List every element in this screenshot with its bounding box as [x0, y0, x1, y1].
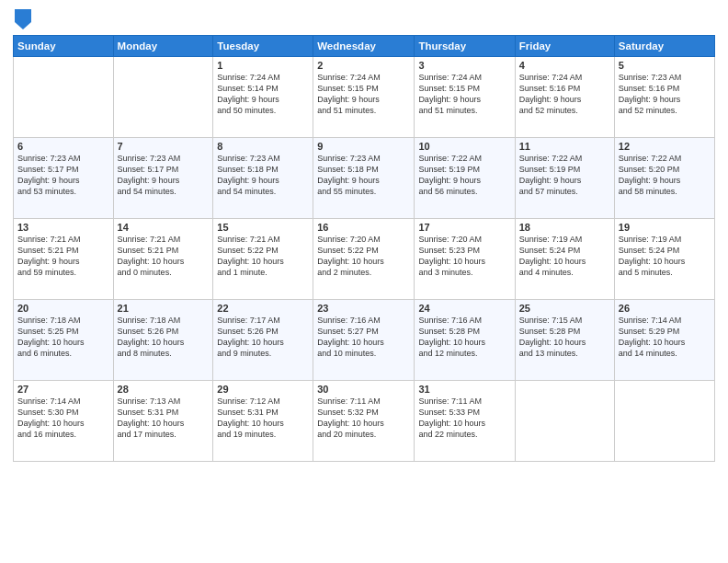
calendar-cell: 31Sunrise: 7:11 AM Sunset: 5:33 PM Dayli… — [415, 381, 515, 462]
calendar-cell: 15Sunrise: 7:21 AM Sunset: 5:22 PM Dayli… — [213, 219, 313, 300]
calendar-cell: 7Sunrise: 7:23 AM Sunset: 5:17 PM Daylig… — [113, 138, 213, 219]
logo-icon — [15, 9, 31, 29]
calendar-week-3: 13Sunrise: 7:21 AM Sunset: 5:21 PM Dayli… — [14, 219, 715, 300]
day-number: 19 — [619, 222, 711, 233]
calendar-cell: 1Sunrise: 7:24 AM Sunset: 5:14 PM Daylig… — [213, 57, 313, 138]
day-info: Sunrise: 7:24 AM Sunset: 5:14 PM Dayligh… — [217, 72, 309, 117]
day-info: Sunrise: 7:23 AM Sunset: 5:17 PM Dayligh… — [17, 153, 109, 198]
day-info: Sunrise: 7:18 AM Sunset: 5:26 PM Dayligh… — [118, 315, 210, 360]
calendar-week-4: 20Sunrise: 7:18 AM Sunset: 5:25 PM Dayli… — [14, 300, 715, 381]
col-header-tuesday: Tuesday — [213, 36, 313, 57]
day-number: 5 — [619, 60, 711, 71]
calendar-cell: 22Sunrise: 7:17 AM Sunset: 5:26 PM Dayli… — [213, 300, 313, 381]
day-number: 20 — [17, 303, 109, 314]
day-info: Sunrise: 7:11 AM Sunset: 5:32 PM Dayligh… — [317, 396, 410, 441]
day-info: Sunrise: 7:14 AM Sunset: 5:30 PM Dayligh… — [17, 396, 109, 441]
calendar-cell: 26Sunrise: 7:14 AM Sunset: 5:29 PM Dayli… — [614, 300, 714, 381]
day-info: Sunrise: 7:22 AM Sunset: 5:20 PM Dayligh… — [619, 153, 711, 198]
day-info: Sunrise: 7:24 AM Sunset: 5:15 PM Dayligh… — [317, 72, 410, 117]
day-info: Sunrise: 7:16 AM Sunset: 5:27 PM Dayligh… — [317, 315, 410, 360]
day-info: Sunrise: 7:21 AM Sunset: 5:21 PM Dayligh… — [118, 234, 210, 279]
day-info: Sunrise: 7:19 AM Sunset: 5:24 PM Dayligh… — [619, 234, 711, 279]
calendar-cell: 9Sunrise: 7:23 AM Sunset: 5:18 PM Daylig… — [313, 138, 415, 219]
calendar-week-2: 6Sunrise: 7:23 AM Sunset: 5:17 PM Daylig… — [14, 138, 715, 219]
header — [13, 9, 715, 29]
day-info: Sunrise: 7:20 AM Sunset: 5:23 PM Dayligh… — [418, 234, 510, 279]
day-info: Sunrise: 7:19 AM Sunset: 5:24 PM Dayligh… — [519, 234, 610, 279]
calendar-cell: 27Sunrise: 7:14 AM Sunset: 5:30 PM Dayli… — [14, 381, 114, 462]
col-header-thursday: Thursday — [415, 36, 515, 57]
day-number: 10 — [418, 141, 510, 152]
logo — [13, 9, 31, 29]
col-header-saturday: Saturday — [614, 36, 714, 57]
day-number: 21 — [118, 303, 210, 314]
calendar-cell: 13Sunrise: 7:21 AM Sunset: 5:21 PM Dayli… — [14, 219, 114, 300]
calendar-cell: 12Sunrise: 7:22 AM Sunset: 5:20 PM Dayli… — [614, 138, 714, 219]
calendar-cell: 11Sunrise: 7:22 AM Sunset: 5:19 PM Dayli… — [515, 138, 614, 219]
calendar-cell: 25Sunrise: 7:15 AM Sunset: 5:28 PM Dayli… — [515, 300, 614, 381]
day-number: 25 — [519, 303, 610, 314]
day-info: Sunrise: 7:13 AM Sunset: 5:31 PM Dayligh… — [118, 396, 210, 441]
day-number: 1 — [217, 60, 309, 71]
day-number: 8 — [217, 141, 309, 152]
day-info: Sunrise: 7:12 AM Sunset: 5:31 PM Dayligh… — [217, 396, 309, 441]
calendar-cell: 24Sunrise: 7:16 AM Sunset: 5:28 PM Dayli… — [415, 300, 515, 381]
day-number: 24 — [418, 303, 510, 314]
calendar-cell — [14, 57, 114, 138]
day-number: 15 — [217, 222, 309, 233]
calendar-cell: 20Sunrise: 7:18 AM Sunset: 5:25 PM Dayli… — [14, 300, 114, 381]
calendar-header-row: SundayMondayTuesdayWednesdayThursdayFrid… — [14, 36, 715, 57]
day-number: 7 — [118, 141, 210, 152]
calendar-week-1: 1Sunrise: 7:24 AM Sunset: 5:14 PM Daylig… — [14, 57, 715, 138]
calendar-cell: 3Sunrise: 7:24 AM Sunset: 5:15 PM Daylig… — [415, 57, 515, 138]
day-info: Sunrise: 7:16 AM Sunset: 5:28 PM Dayligh… — [418, 315, 510, 360]
calendar-cell: 10Sunrise: 7:22 AM Sunset: 5:19 PM Dayli… — [415, 138, 515, 219]
calendar-table: SundayMondayTuesdayWednesdayThursdayFrid… — [13, 35, 715, 462]
day-info: Sunrise: 7:23 AM Sunset: 5:17 PM Dayligh… — [118, 153, 210, 198]
calendar-cell: 16Sunrise: 7:20 AM Sunset: 5:22 PM Dayli… — [313, 219, 415, 300]
day-number: 17 — [418, 222, 510, 233]
calendar-cell: 30Sunrise: 7:11 AM Sunset: 5:32 PM Dayli… — [313, 381, 415, 462]
day-number: 2 — [317, 60, 410, 71]
day-number: 4 — [519, 60, 610, 71]
day-number: 23 — [317, 303, 410, 314]
day-info: Sunrise: 7:17 AM Sunset: 5:26 PM Dayligh… — [217, 315, 309, 360]
calendar-cell: 8Sunrise: 7:23 AM Sunset: 5:18 PM Daylig… — [213, 138, 313, 219]
day-number: 3 — [418, 60, 510, 71]
day-info: Sunrise: 7:23 AM Sunset: 5:18 PM Dayligh… — [317, 153, 410, 198]
calendar-cell: 14Sunrise: 7:21 AM Sunset: 5:21 PM Dayli… — [113, 219, 213, 300]
day-number: 14 — [118, 222, 210, 233]
col-header-sunday: Sunday — [14, 36, 114, 57]
day-number: 13 — [17, 222, 109, 233]
day-info: Sunrise: 7:23 AM Sunset: 5:18 PM Dayligh… — [217, 153, 309, 198]
calendar-cell: 5Sunrise: 7:23 AM Sunset: 5:16 PM Daylig… — [614, 57, 714, 138]
day-number: 31 — [418, 384, 510, 395]
day-number: 27 — [17, 384, 109, 395]
day-number: 22 — [217, 303, 309, 314]
calendar-week-5: 27Sunrise: 7:14 AM Sunset: 5:30 PM Dayli… — [14, 381, 715, 462]
day-info: Sunrise: 7:11 AM Sunset: 5:33 PM Dayligh… — [418, 396, 510, 441]
calendar-cell: 18Sunrise: 7:19 AM Sunset: 5:24 PM Dayli… — [515, 219, 614, 300]
day-number: 9 — [317, 141, 410, 152]
day-info: Sunrise: 7:20 AM Sunset: 5:22 PM Dayligh… — [317, 234, 410, 279]
calendar-cell — [113, 57, 213, 138]
day-number: 6 — [17, 141, 109, 152]
day-number: 29 — [217, 384, 309, 395]
calendar-cell: 17Sunrise: 7:20 AM Sunset: 5:23 PM Dayli… — [415, 219, 515, 300]
svg-marker-0 — [15, 9, 31, 29]
day-info: Sunrise: 7:24 AM Sunset: 5:15 PM Dayligh… — [418, 72, 510, 117]
day-number: 26 — [619, 303, 711, 314]
day-info: Sunrise: 7:21 AM Sunset: 5:22 PM Dayligh… — [217, 234, 309, 279]
day-number: 18 — [519, 222, 610, 233]
day-number: 12 — [619, 141, 711, 152]
calendar-cell: 4Sunrise: 7:24 AM Sunset: 5:16 PM Daylig… — [515, 57, 614, 138]
day-info: Sunrise: 7:22 AM Sunset: 5:19 PM Dayligh… — [418, 153, 510, 198]
day-number: 11 — [519, 141, 610, 152]
col-header-monday: Monday — [113, 36, 213, 57]
day-info: Sunrise: 7:22 AM Sunset: 5:19 PM Dayligh… — [519, 153, 610, 198]
calendar-cell — [515, 381, 614, 462]
calendar-cell: 6Sunrise: 7:23 AM Sunset: 5:17 PM Daylig… — [14, 138, 114, 219]
calendar-cell: 19Sunrise: 7:19 AM Sunset: 5:24 PM Dayli… — [614, 219, 714, 300]
day-info: Sunrise: 7:21 AM Sunset: 5:21 PM Dayligh… — [17, 234, 109, 279]
calendar-cell: 21Sunrise: 7:18 AM Sunset: 5:26 PM Dayli… — [113, 300, 213, 381]
